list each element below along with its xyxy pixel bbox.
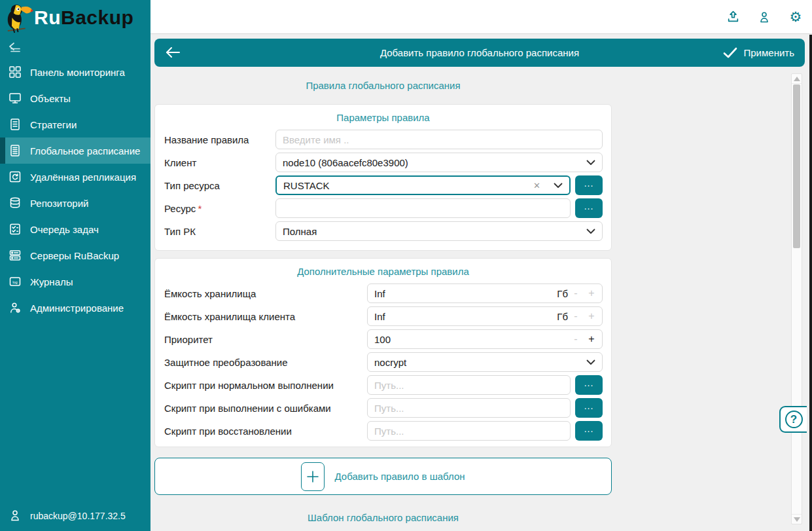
number-value[interactable] xyxy=(374,288,552,299)
sidebar-item-label: Панель мониторинга xyxy=(30,67,125,78)
user-icon[interactable] xyxy=(757,10,771,24)
rules-section-title: Правила глобального расписания xyxy=(154,80,612,91)
dropdown-select[interactable]: node10 (806aacefc80e3900) xyxy=(275,153,603,172)
decrement-button[interactable]: - xyxy=(568,310,584,322)
schedule-icon xyxy=(9,144,22,157)
sidebar-item-9[interactable]: logЖурналы xyxy=(0,268,150,295)
help-button[interactable]: ? xyxy=(779,406,807,433)
vertical-scrollbar[interactable] xyxy=(791,73,802,524)
text-input[interactable] xyxy=(374,380,563,391)
form-row: Название правила xyxy=(164,130,603,149)
extra-params-title: Дополнительные параметры правила xyxy=(155,266,611,277)
text-input[interactable] xyxy=(283,203,563,214)
logs-icon: log xyxy=(9,275,22,288)
field-input[interactable] xyxy=(367,421,571,441)
sidebar-item-8[interactable]: Серверы RuBackup xyxy=(0,242,150,268)
sidebar-item-label: Очередь задач xyxy=(30,224,99,235)
sidebar-item-2[interactable]: Объекты xyxy=(0,85,150,111)
sidebar-item-10[interactable]: Администрирование xyxy=(0,295,150,321)
dashboard-icon xyxy=(9,65,22,79)
increment-button[interactable]: + xyxy=(584,287,599,299)
browse-button[interactable]: ... xyxy=(575,421,603,441)
repository-icon xyxy=(9,196,22,210)
settings-icon[interactable]: ⚙ xyxy=(788,10,803,24)
form-row: Ёмкость хранилища клиентаГб-+ xyxy=(164,306,603,326)
decrement-button[interactable]: - xyxy=(568,333,584,345)
dropdown-select[interactable]: nocrypt xyxy=(367,352,603,372)
apply-button[interactable]: Применить xyxy=(723,47,794,58)
field-input[interactable] xyxy=(275,198,571,218)
number-input[interactable]: Гб-+ xyxy=(367,284,603,303)
page-title: Добавить правило глобального расписания xyxy=(154,47,805,58)
unit-suffix: Гб xyxy=(552,311,568,322)
selected-value: RUSTACK xyxy=(283,180,533,191)
increment-button[interactable]: + xyxy=(584,333,599,345)
sidebar: RuBackup Панель мониторингаОбъектыСтрате… xyxy=(0,0,150,531)
browse-button[interactable]: ... xyxy=(575,375,603,395)
dropdown-select[interactable]: RUSTACK✕ xyxy=(275,175,571,195)
text-input[interactable] xyxy=(374,426,563,437)
sidebar-collapse-icon[interactable] xyxy=(8,42,24,56)
number-value[interactable] xyxy=(374,334,568,345)
template-section-title: Шаблон глобального расписания xyxy=(154,512,612,523)
add-rule-to-template-label: Добавить правило в шаблон xyxy=(334,471,465,482)
add-rule-to-template-button[interactable]: Добавить правило в шаблон xyxy=(154,458,612,495)
app-logo: RuBackup xyxy=(0,0,150,35)
unit-suffix: Гб xyxy=(552,288,568,299)
page-header-bar: Добавить правило глобального расписания … xyxy=(154,39,805,67)
field-label: Ёмкость хранилища клиента xyxy=(164,311,367,322)
increment-button[interactable]: + xyxy=(584,310,599,322)
decrement-button[interactable]: - xyxy=(568,287,584,299)
browse-button[interactable]: ... xyxy=(575,398,603,418)
form-row: Скрипт при восстановлении... xyxy=(164,421,603,441)
sidebar-footer: rubackup@10.177.32.5 xyxy=(0,501,150,531)
field-label: Клиент xyxy=(164,157,275,168)
extra-params-card: Дополнительные параметры правила Ёмкость… xyxy=(154,258,612,447)
field-label: Тип РК xyxy=(164,226,275,237)
svg-text:log: log xyxy=(12,280,17,284)
form-row: Скрипт при нормальном выполнении... xyxy=(164,375,603,395)
sidebar-item-3[interactable]: Стратегии xyxy=(0,111,150,137)
apply-label: Применить xyxy=(743,47,794,58)
user-icon xyxy=(9,509,22,524)
dropdown-select[interactable]: Полная xyxy=(275,221,603,241)
sidebar-item-4[interactable]: Глобальное расписание xyxy=(0,137,150,164)
plus-icon xyxy=(301,462,325,491)
field-label: Скрипт при восстановлении xyxy=(164,426,367,437)
sidebar-menu: Панель мониторингаОбъектыСтратегииГлобал… xyxy=(0,59,150,321)
text-input[interactable] xyxy=(283,134,595,145)
scrollbar-thumb[interactable] xyxy=(793,84,800,248)
form-row: Скрипт при выполнении с ошибками... xyxy=(164,398,603,418)
upload-icon[interactable] xyxy=(726,10,740,24)
field-label: Скрипт при выполнении с ошибками xyxy=(164,403,367,414)
servers-icon xyxy=(9,249,22,262)
sidebar-item-label: Объекты xyxy=(30,93,71,104)
chevron-down-icon xyxy=(586,229,595,234)
scroll-down-icon[interactable] xyxy=(792,514,802,524)
field-label: Скрипт при нормальном выполнении xyxy=(164,380,367,391)
sidebar-item-6[interactable]: Репозиторий xyxy=(0,190,150,216)
number-input[interactable]: -+ xyxy=(367,329,603,349)
scroll-up-icon[interactable] xyxy=(792,74,802,84)
browse-button[interactable]: ... xyxy=(575,198,603,218)
sidebar-item-1[interactable]: Панель мониторинга xyxy=(0,59,150,85)
number-value[interactable] xyxy=(374,311,552,322)
field-label: Тип ресурса xyxy=(164,180,275,191)
browse-button[interactable]: ... xyxy=(575,175,603,195)
sidebar-item-label: Серверы RuBackup xyxy=(30,250,119,261)
field-input[interactable] xyxy=(367,398,571,418)
sidebar-item-label: Стратегии xyxy=(30,119,77,130)
number-input[interactable]: Гб-+ xyxy=(367,306,603,326)
sidebar-item-label: Репозиторий xyxy=(30,198,88,209)
replication-icon xyxy=(9,170,22,183)
sidebar-item-label: Глобальное расписание xyxy=(30,145,140,156)
topbar-icons: ⚙ xyxy=(726,0,803,33)
toucan-logo-icon xyxy=(4,2,34,35)
clear-icon[interactable]: ✕ xyxy=(533,181,540,191)
sidebar-item-5[interactable]: Удалённая репликация xyxy=(0,164,150,190)
field-input[interactable] xyxy=(275,130,603,149)
text-input[interactable] xyxy=(374,403,563,414)
field-label: Ресурс* xyxy=(164,203,275,214)
sidebar-item-7[interactable]: Очередь задач xyxy=(0,216,150,242)
field-input[interactable] xyxy=(367,375,571,395)
